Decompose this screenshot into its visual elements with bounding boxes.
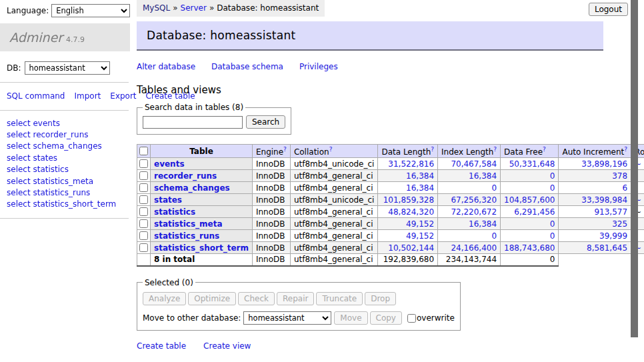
help-icon[interactable]: ?	[431, 146, 434, 153]
export-link[interactable]: Export	[110, 91, 136, 101]
index-length-link[interactable]: 70,467,584	[451, 159, 497, 169]
auto-increment-link[interactable]: 33,398,984	[581, 195, 627, 205]
collation-cell: utf8mb4_general_ci	[290, 182, 378, 194]
move-row: Move to other database:homeassistantMove…	[143, 311, 455, 325]
help-icon[interactable]: ?	[624, 146, 627, 153]
drop-button[interactable]: Drop	[365, 292, 396, 305]
engine-cell: InnoDB	[252, 242, 290, 254]
data-free-link[interactable]: 0	[550, 183, 555, 193]
row-checkbox[interactable]	[139, 207, 148, 216]
data-free-link[interactable]: 0	[550, 171, 555, 181]
vertical-scrollbar-thumb[interactable]	[631, 0, 638, 337]
sidebar-item-select-statistics-meta[interactable]: select statistics_meta	[7, 176, 130, 187]
help-icon[interactable]: ?	[493, 146, 497, 153]
collation-cell: utf8mb4_general_ci	[290, 242, 378, 254]
logout-button[interactable]: Logout	[589, 3, 628, 16]
index-length-link[interactable]: 72,220,672	[451, 207, 497, 217]
breadcrumb-mysql-link[interactable]: MySQL	[143, 3, 170, 13]
sidebar-item-select-states[interactable]: select states	[7, 153, 130, 164]
table-link-statistics[interactable]: statistics	[154, 207, 195, 217]
database-schema-link[interactable]: Database schema	[211, 62, 283, 71]
overwrite-checkbox[interactable]	[407, 314, 416, 323]
data-free-link[interactable]: 0	[550, 231, 555, 241]
sidebar-table-links: select events select recorder_runs selec…	[7, 118, 130, 211]
table-link-schema-changes[interactable]: schema_changes	[154, 183, 230, 193]
data-length-link[interactable]: 49,152	[406, 231, 434, 241]
sidebar-item-select-statistics-short-term[interactable]: select statistics_short_term	[7, 199, 130, 210]
move-database-select[interactable]: homeassistant	[243, 311, 331, 325]
data-free-link[interactable]: 6,291,456	[514, 207, 555, 217]
index-length-link[interactable]: 16,384	[469, 219, 497, 229]
optimize-button[interactable]: Optimize	[188, 292, 236, 305]
table-row-recorder-runs: recorder_runs InnoDB utf8mb4_general_ci …	[137, 170, 644, 182]
breadcrumb-server-link[interactable]: Server	[181, 3, 207, 13]
privileges-link[interactable]: Privileges	[299, 62, 338, 71]
help-icon[interactable]: ?	[543, 146, 546, 153]
search-input[interactable]	[143, 116, 243, 129]
index-length-link[interactable]: 67,256,320	[451, 195, 497, 205]
sidebar-item-select-statistics-runs[interactable]: select statistics_runs	[7, 187, 130, 199]
search-button[interactable]: Search	[246, 115, 285, 129]
row-checkbox[interactable]	[139, 195, 148, 204]
repair-button[interactable]: Repair	[277, 292, 314, 305]
copy-button[interactable]: Copy	[370, 311, 402, 325]
table-link-statistics-meta[interactable]: statistics_meta	[154, 219, 223, 229]
row-checkbox[interactable]	[139, 231, 148, 240]
row-checkbox[interactable]	[139, 171, 148, 180]
collation-cell: utf8mb4_unicode_ci	[290, 194, 378, 206]
index-length-link[interactable]: 0	[491, 231, 497, 241]
auto-increment-link[interactable]: 378	[612, 171, 627, 181]
db-select[interactable]: homeassistant	[25, 61, 110, 75]
data-free-link[interactable]: 104,857,600	[504, 195, 555, 205]
data-free-link[interactable]: 188,743,680	[504, 243, 555, 253]
data-length-link[interactable]: 48,824,320	[388, 207, 434, 217]
auto-increment-link[interactable]: 6	[622, 183, 627, 193]
table-link-statistics-short-term[interactable]: statistics_short_term	[154, 243, 249, 253]
move-button[interactable]: Move	[334, 311, 367, 325]
sidebar-item-select-schema-changes[interactable]: select schema_changes	[7, 141, 130, 152]
sidebar-item-select-events[interactable]: select events	[7, 118, 130, 129]
table-link-statistics-runs[interactable]: statistics_runs	[154, 231, 219, 241]
data-length-link[interactable]: 101,859,328	[383, 195, 434, 205]
select-all-checkbox[interactable]	[139, 147, 148, 155]
check-button[interactable]: Check	[238, 292, 275, 305]
sidebar-item-select-recorder-runs[interactable]: select recorder_runs	[7, 129, 130, 141]
create-view-link[interactable]: Create view	[203, 341, 251, 351]
alter-database-link[interactable]: Alter database	[137, 62, 195, 71]
truncate-button[interactable]: Truncate	[316, 292, 363, 305]
data-length-link[interactable]: 16,384	[406, 171, 434, 181]
data-length-link[interactable]: 10,502,144	[388, 243, 434, 253]
analyze-button[interactable]: Analyze	[143, 292, 186, 305]
index-length-link[interactable]: 24,166,400	[451, 243, 497, 253]
auto-increment-link[interactable]: 39,999	[599, 231, 627, 241]
data-free-link[interactable]: 50,331,648	[509, 159, 555, 169]
row-checkbox[interactable]	[139, 183, 148, 192]
help-icon[interactable]: ?	[283, 146, 287, 153]
collation-cell: utf8mb4_general_ci	[290, 230, 378, 242]
data-length-link[interactable]: 49,152	[406, 219, 434, 229]
language-select[interactable]: English	[51, 4, 130, 17]
auto-increment-link[interactable]: 33,898,196	[581, 159, 627, 169]
data-length-link[interactable]: 31,522,816	[388, 159, 434, 169]
data-free-link[interactable]: 0	[550, 219, 555, 229]
row-checkbox[interactable]	[139, 219, 148, 228]
import-link[interactable]: Import	[74, 91, 101, 101]
sidebar-item-select-statistics[interactable]: select statistics	[7, 164, 130, 175]
data-length-link[interactable]: 16,384	[406, 183, 434, 193]
row-checkbox[interactable]	[139, 243, 148, 252]
index-length-link[interactable]: 16,384	[469, 171, 497, 181]
auto-increment-link[interactable]: 8,581,645	[587, 243, 627, 253]
index-length-link[interactable]: 0	[491, 183, 497, 193]
table-link-recorder-runs[interactable]: recorder_runs	[154, 171, 217, 181]
auto-increment-link[interactable]: 913,577	[594, 207, 627, 217]
auto-increment-link[interactable]: 325	[612, 219, 627, 229]
table-link-states[interactable]: states	[154, 195, 182, 205]
sql-command-link[interactable]: SQL command	[7, 91, 65, 101]
create-table-link-sidebar[interactable]: Create table	[146, 91, 195, 101]
help-icon[interactable]: ?	[329, 146, 333, 153]
table-row-statistics-meta: statistics_meta InnoDB utf8mb4_general_c…	[137, 218, 644, 230]
row-checkbox[interactable]	[139, 159, 148, 168]
create-table-link[interactable]: Create table	[137, 341, 186, 351]
table-link-events[interactable]: events	[154, 159, 185, 169]
column-header-engine: Engine?	[252, 145, 290, 158]
